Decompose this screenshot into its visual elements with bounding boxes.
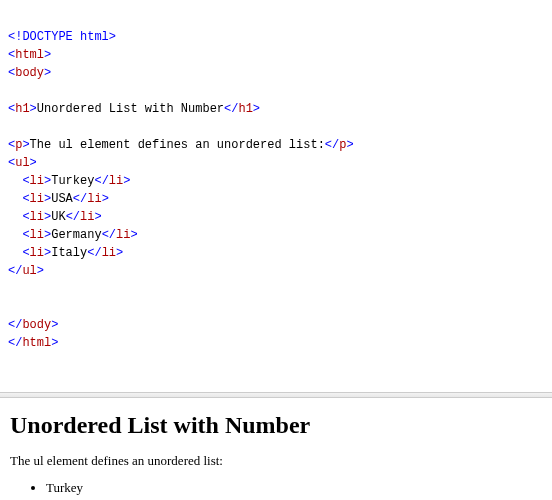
rendered-list: Turkey USA UK Germany Italy <box>10 479 542 500</box>
list-item: Turkey <box>46 479 542 497</box>
tag-name: li <box>87 192 101 206</box>
list-item: USA <box>46 497 542 500</box>
li-text: USA <box>51 192 73 206</box>
code-line: <h1>Unordered List with Number</h1> <box>8 102 260 116</box>
code-line: </body> <box>8 318 58 332</box>
code-editor: <!DOCTYPE html> <html> <body> <h1>Unorde… <box>0 0 552 362</box>
rendered-heading: Unordered List with Number <box>10 412 542 439</box>
tag-name: ul <box>22 264 36 278</box>
tag-name: body <box>15 66 44 80</box>
code-line: <li>Germany</li> <box>8 228 138 242</box>
code-line: <p>The ul element defines an unordered l… <box>8 138 354 152</box>
code-line: <ul> <box>8 156 37 170</box>
tag-name: h1 <box>15 102 29 116</box>
code-line: <li>USA</li> <box>8 192 109 206</box>
rendered-paragraph: The ul element defines an unordered list… <box>10 453 542 469</box>
tag-name: li <box>30 174 44 188</box>
p-inner-text: The ul element defines an unordered list… <box>30 138 325 152</box>
li-text: Turkey <box>51 174 94 188</box>
code-line: <li>UK</li> <box>8 210 102 224</box>
li-text: UK <box>51 210 65 224</box>
tag-name: html <box>15 48 44 62</box>
code-line: <!DOCTYPE html> <box>8 30 116 44</box>
tag-name: h1 <box>238 102 252 116</box>
code-line: </html> <box>8 336 58 350</box>
tag-name: li <box>30 192 44 206</box>
code-line: </ul> <box>8 264 44 278</box>
tag-name: body <box>22 318 51 332</box>
tag-name: li <box>30 246 44 260</box>
code-line: <li>Turkey</li> <box>8 174 130 188</box>
tag-name: li <box>109 174 123 188</box>
tag-name: html <box>22 336 51 350</box>
code-line: <li>Italy</li> <box>8 246 123 260</box>
tag-name: li <box>102 246 116 260</box>
h1-inner-text: Unordered List with Number <box>37 102 224 116</box>
tag-name: li <box>30 228 44 242</box>
code-line: <html> <box>8 48 51 62</box>
tag-name: ul <box>15 156 29 170</box>
tag-name: li <box>116 228 130 242</box>
tag-name: li <box>80 210 94 224</box>
code-line: <body> <box>8 66 51 80</box>
li-text: Italy <box>51 246 87 260</box>
li-text: Germany <box>51 228 101 242</box>
doctype-text: !DOCTYPE html <box>15 30 109 44</box>
preview-panel: Unordered List with Number The ul elemen… <box>0 398 552 500</box>
tag-name: li <box>30 210 44 224</box>
